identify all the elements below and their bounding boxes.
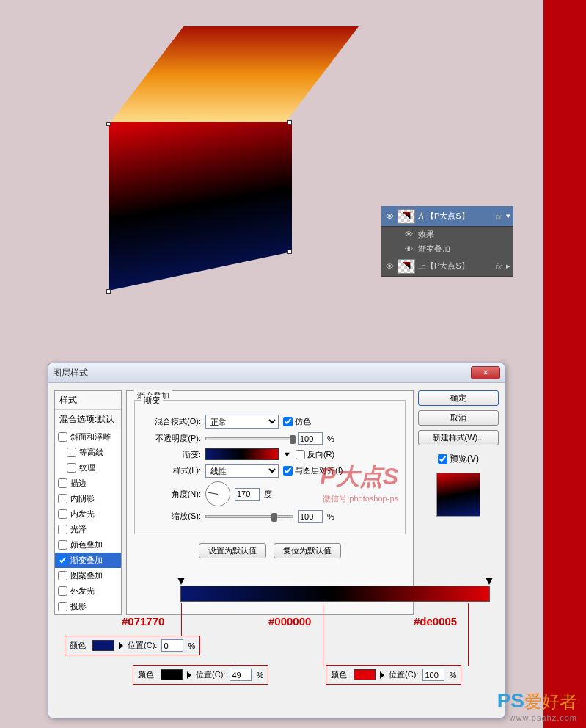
transform-handle[interactable] [287,120,292,125]
ok-button[interactable]: 确定 [418,390,499,406]
opacity-label: 不透明度(P): [142,433,201,444]
dither-checkbox[interactable]: 仿色 [283,416,311,427]
style-gradient-overlay[interactable]: 渐变叠加 [55,553,121,568]
color-swatch[interactable] [354,669,376,680]
style-checkbox[interactable] [58,571,67,580]
top-face [109,26,359,125]
fx-badge[interactable]: fx [495,212,503,221]
hex-label-2: #000000 [268,615,311,627]
position-label: 位置(C): [389,669,418,680]
connector-line [468,603,469,666]
style-bevel[interactable]: 斜面和浮雕 [55,429,121,445]
fx-badge[interactable]: fx [495,262,503,271]
style-checkbox[interactable] [58,602,67,611]
position-input[interactable] [230,669,252,681]
visibility-icon[interactable]: 👁 [403,230,414,239]
opacity-stop[interactable] [486,578,493,585]
swatch-menu-icon[interactable] [187,671,191,679]
style-checkbox[interactable] [58,432,67,442]
set-default-button[interactable]: 设置为默认值 [199,543,266,558]
transform-handle[interactable] [287,250,292,254]
effect-label: 渐变叠加 [418,244,450,255]
position-input[interactable] [161,639,183,652]
gradient-overlay-panel: 渐变叠加 渐变 混合模式(O): 正常 仿色 不透明度(P): % 渐变: [126,390,414,615]
hex-label-1: #071770 [122,615,164,627]
color-label: 颜色: [70,640,88,651]
style-checkbox[interactable] [58,525,67,534]
styles-header[interactable]: 样式 [55,391,121,410]
swatch-menu-icon[interactable] [380,671,384,679]
style-checkbox[interactable] [58,509,67,519]
color-stop[interactable] [486,603,493,610]
color-swatch[interactable] [92,640,114,651]
preview-checkbox[interactable]: 预览(V) [418,453,499,465]
gradient-bar[interactable]: .s1::before{background:#071770} [180,586,490,602]
style-checkbox[interactable] [67,448,76,457]
style-stroke[interactable]: 描边 [55,476,121,491]
swatch-menu-icon[interactable] [119,642,123,649]
blend-mode-select[interactable]: 正常 [205,415,279,429]
preview-swatch [436,473,480,517]
visibility-icon[interactable]: 👁 [384,212,395,221]
reset-default-button[interactable]: 复位为默认值 [274,543,341,558]
site-watermark: PS爱好者 www.psahz.com [497,689,577,722]
gradient-editor: .s1::before{background:#071770} [180,586,490,602]
new-style-button[interactable]: 新建样式(W)... [418,430,499,445]
style-pattern-overlay[interactable]: 图案叠加 [55,568,121,583]
layer-row-left[interactable]: 👁 左【P大点S】 fx ▾ [381,206,513,227]
style-texture[interactable]: 纹理 [55,460,121,476]
style-checkbox[interactable] [58,586,67,596]
stop-callout-3: 颜色: 位置(C): % [326,665,461,685]
visibility-icon[interactable]: 👁 [403,244,414,253]
layer-effects-row[interactable]: 👁 效果 [381,227,513,241]
style-inner-shadow[interactable]: 内阴影 [55,491,121,506]
scale-slider[interactable] [205,515,293,518]
layer-name: 左【P大点S】 [418,211,469,222]
layer-effect-gradient[interactable]: 👁 渐变叠加 [381,241,513,256]
style-inner-glow[interactable]: 内发光 [55,506,121,522]
style-contour[interactable]: 等高线 [55,445,121,460]
transform-handle[interactable] [106,122,111,126]
effects-label: 效果 [418,229,434,240]
color-swatch[interactable] [161,669,183,680]
watermark-overlay: P大点S 微信号:photoshop-ps [320,461,398,504]
layer-thumb [398,209,415,224]
style-satin[interactable]: 光泽 [55,522,121,537]
connector-line [323,603,323,666]
cancel-button[interactable]: 取消 [418,410,499,426]
layer-name: 上【P大点S】 [418,261,469,272]
visibility-icon[interactable]: 👁 [384,262,395,271]
style-select[interactable]: 线性 [205,464,279,478]
close-button[interactable]: ✕ [471,366,500,379]
color-label: 颜色: [331,669,349,680]
opacity-stop[interactable] [177,578,185,585]
layer-row-top[interactable]: 👁 上【P大点S】 fx ▸ [381,256,513,277]
dialog-titlebar[interactable]: 图层样式 ✕ [48,363,505,382]
style-checkbox[interactable] [58,556,67,565]
style-checkbox[interactable] [58,478,67,488]
style-drop-shadow[interactable]: 投影 [55,599,121,614]
position-input[interactable] [422,669,444,681]
opacity-input[interactable] [298,432,323,445]
style-checkbox[interactable] [67,463,76,473]
style-color-overlay[interactable]: 颜色叠加 [55,537,121,553]
dialog-title: 图层样式 [53,367,471,379]
style-checkbox[interactable] [58,494,67,503]
dropdown-icon[interactable]: ▼ [283,450,291,459]
color-stop[interactable] [329,603,336,610]
reverse-checkbox[interactable]: 反向(R) [296,449,334,460]
style-checkbox[interactable] [58,540,67,550]
connector-line [181,603,182,637]
opacity-slider[interactable] [205,437,293,440]
scale-input[interactable] [298,510,323,523]
chevron-right-icon[interactable]: ▸ [506,261,510,271]
angle-dial[interactable] [205,481,230,506]
layer-style-dialog: 图层样式 ✕ 样式 混合选项:默认 斜面和浮雕 等高线 纹理 描边 内阴影 内发… [48,363,505,718]
angle-input[interactable] [235,488,260,500]
blend-options[interactable]: 混合选项:默认 [55,410,121,429]
gradient-swatch[interactable] [205,448,279,460]
transform-handle[interactable] [106,289,111,294]
style-outer-glow[interactable]: 外发光 [55,583,121,599]
stop-callout-1: 颜色: 位置(C): % [65,636,200,655]
chevron-down-icon[interactable]: ▾ [506,211,510,221]
